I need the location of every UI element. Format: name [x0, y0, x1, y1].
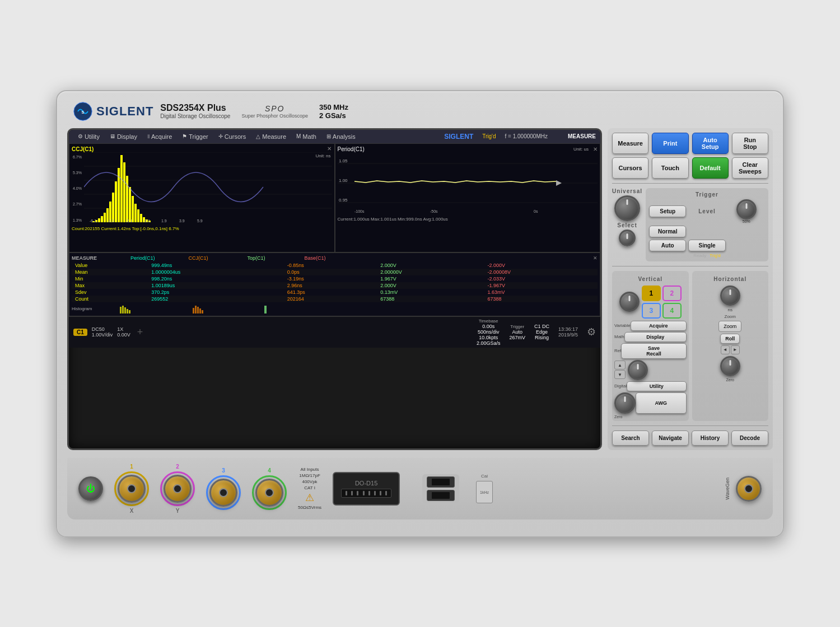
decode-button[interactable]: Decode	[731, 431, 768, 446]
measure-header: MEASURE	[72, 255, 97, 261]
auto-button[interactable]: Auto	[649, 240, 686, 251]
select-label: Select	[617, 222, 637, 228]
do-d15-connector[interactable]: DO-D15	[333, 472, 400, 506]
pin7	[380, 491, 381, 495]
utility-button[interactable]: Utility	[627, 381, 686, 391]
ch2-bnc-label: 2	[176, 464, 179, 470]
normal-button[interactable]: Normal	[649, 226, 686, 237]
row-count-top: 67388	[377, 296, 484, 302]
ch3-bnc-body[interactable]	[209, 479, 237, 507]
nav-up[interactable]: ▲	[614, 361, 626, 369]
acquire-button[interactable]: Acquire	[631, 321, 687, 331]
main-body: ⚙ Utility 🖥 Display ⫴ Acquire ⚑ Trigger …	[67, 128, 773, 450]
menu-display[interactable]: 🖥 Display	[105, 132, 142, 141]
menu-acquire[interactable]: ⫴ Acquire	[143, 132, 176, 141]
vertical-scale-knob[interactable]	[619, 292, 640, 312]
menu-utility-label: Utility	[85, 133, 100, 140]
menu-utility[interactable]: ⚙ Utility	[73, 132, 104, 141]
navigate-button[interactable]: Navigate	[652, 431, 689, 446]
menu-analysis[interactable]: ⊞ Analysis	[322, 132, 360, 141]
table-row: Sdev 370.2ps 641.3ps 0.13mV 1.63mV	[72, 289, 598, 296]
waveform-area: CCJ(C1) ✕ Unit: ns 6.7% 5.3% 4.0% 2.7% 1…	[69, 143, 600, 252]
menu-trigger-label: Trigger	[189, 133, 208, 140]
menu-math[interactable]: M Math	[292, 132, 321, 141]
svg-rect-51	[195, 306, 197, 314]
print-button[interactable]: Print	[652, 133, 688, 154]
svg-text:0s: 0s	[534, 209, 538, 213]
usb-port-2[interactable]	[427, 490, 455, 501]
level-knob[interactable]	[736, 199, 757, 219]
row-max-base: -1.967V	[484, 282, 598, 289]
sample-rate: 2 GSa/s	[319, 111, 348, 120]
universal-knob[interactable]	[614, 195, 640, 221]
measure-close[interactable]: ✕	[593, 255, 598, 261]
menu-analysis-label: Analysis	[333, 133, 356, 140]
single-button[interactable]: Single	[688, 240, 725, 251]
clear-sweeps-button[interactable]: ClearSweeps	[732, 157, 768, 179]
ch3-bnc-center	[219, 488, 228, 497]
ch3-ring[interactable]	[206, 475, 241, 510]
ch3-button[interactable]: 3	[642, 303, 661, 319]
wavegen-bnc[interactable]	[736, 476, 762, 502]
trigger-setup-button[interactable]: Setup	[649, 205, 686, 217]
trigger-mode-bottom: Auto	[512, 329, 522, 335]
zoom-button[interactable]: Zoom	[718, 321, 741, 332]
display-button[interactable]: Display	[624, 332, 687, 342]
ready-status: Ready	[693, 253, 706, 258]
ch2-ring[interactable]	[160, 471, 195, 506]
nav-left[interactable]: ◄	[721, 345, 730, 354]
menu-measure[interactable]: △ Measure	[251, 132, 291, 141]
histogram-svg: -6.1 -4.1 -2.1 -0.1 1.9 3.9 5.9	[84, 152, 332, 222]
measure-button[interactable]: Measure	[612, 133, 648, 154]
histogram-close[interactable]: ✕	[327, 146, 332, 152]
level-label: Level	[688, 208, 725, 214]
power-button[interactable]: ⏻	[78, 476, 103, 501]
horiz-scale-knob[interactable]	[720, 286, 740, 306]
add-ch-btn[interactable]: +	[137, 326, 143, 338]
svg-rect-24	[140, 214, 142, 222]
roll-button[interactable]: Roll	[720, 334, 740, 344]
ch1-ring[interactable]	[114, 471, 149, 506]
row-sdev-base: 1.63mV	[484, 289, 598, 296]
ch4-bnc-body[interactable]	[255, 479, 283, 507]
divider-2	[612, 266, 768, 266]
history-button[interactable]: History	[692, 431, 729, 446]
menu-cursors[interactable]: ✛ Cursors	[214, 132, 251, 141]
ch2-bnc-body[interactable]	[164, 475, 192, 503]
touch-button[interactable]: Touch	[652, 157, 688, 179]
horiz-pos-knob[interactable]	[720, 356, 740, 376]
ch1-attn-info: 1X 0.00V	[117, 326, 130, 338]
menu-trigger[interactable]: ⚑ Trigger	[178, 132, 212, 141]
ch4-ring[interactable]	[252, 475, 287, 510]
ch1-button[interactable]: 1	[642, 286, 661, 301]
nav-down[interactable]: ▼	[614, 370, 626, 379]
bottom-hardware: ⏻ 1 X 2 Y 3	[67, 458, 773, 520]
search-button[interactable]: Search	[612, 431, 649, 446]
default-button[interactable]: Default	[692, 157, 729, 179]
ch4-button[interactable]: 4	[662, 303, 682, 319]
ch1-bnc-body[interactable]	[118, 475, 146, 503]
ccj-header: CCJ(C1)	[189, 255, 208, 261]
svg-text:1.05: 1.05	[339, 158, 348, 163]
row-mean-period: 1.0000004us	[148, 269, 283, 275]
vertical-pos2-knob[interactable]	[614, 392, 636, 414]
ch2-button[interactable]: 2	[662, 286, 682, 301]
save-recall-button[interactable]: SaveRecall	[621, 343, 686, 359]
awg-button[interactable]: AWG	[636, 392, 687, 414]
auto-setup-button[interactable]: AutoSetup	[692, 133, 729, 154]
usb-port-1[interactable]	[427, 476, 455, 488]
run-stop-button[interactable]: RunStop	[732, 133, 768, 154]
vertical-pos-knob[interactable]	[628, 360, 648, 380]
period-close[interactable]: ✕	[593, 146, 598, 152]
cursors-button[interactable]: Cursors	[612, 157, 648, 179]
cal-connector[interactable]: 1kHz	[476, 481, 493, 503]
nav-arrows-vertical: ▲ ▼	[614, 361, 626, 379]
trigger-slope-bottom: Edge	[536, 329, 548, 335]
svg-rect-14	[112, 193, 114, 222]
svg-rect-11	[104, 213, 106, 222]
screen-settings-icon[interactable]: ⚙	[587, 326, 596, 338]
base-header: Base(C1)	[305, 255, 326, 261]
screen: ⚙ Utility 🖥 Display ⫴ Acquire ⚑ Trigger …	[67, 128, 602, 450]
nav-right[interactable]: ►	[731, 345, 740, 354]
select-knob[interactable]	[619, 230, 636, 246]
